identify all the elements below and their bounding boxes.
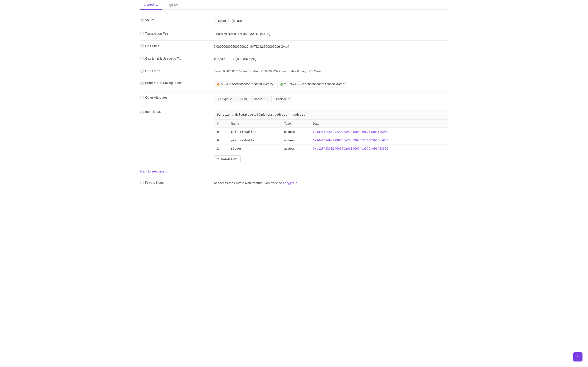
gas-max-priority-value: 2.5 Gwei <box>309 69 321 74</box>
gas-fees-label: Gas Fees: <box>145 69 160 73</box>
table-row: 2signeraddress0xe12FA3b3E5AC055d2e309C67… <box>214 144 448 153</box>
click-less-arrow-icon: ↑ <box>166 169 167 173</box>
other-attributes-help-icon[interactable]: ? <box>140 96 144 99</box>
burnt-icon: 🔥 <box>216 82 220 87</box>
table-cell-data[interactable]: 0x1440676bc2990E0EA28dF90253F10435610da8… <box>310 136 448 144</box>
txn-type-badge: Txn Type: 2 (EIP-1559) <box>214 96 250 102</box>
transaction-fee-row: ? Transaction Fee: 0.000179745001150368 … <box>140 28 448 40</box>
input-data-row: ? Input Data: Function: deleGateVote((ad… <box>140 106 448 166</box>
gas-base-label: Base: <box>214 69 221 74</box>
other-attributes-label: Other Attributes: <box>145 96 168 99</box>
table-cell-name: signer <box>228 144 281 153</box>
private-note-label: Private Note: <box>145 181 164 184</box>
table-cell-index: 0 <box>214 136 228 144</box>
table-row: 0pair.newWalletaddress0x1440676bc2990E0E… <box>214 136 448 144</box>
private-note-label-container: ? Private Note: <box>140 181 214 184</box>
position-badge: Position: 2 <box>274 96 293 102</box>
private-note-row: ? Private Note: To access the Private No… <box>140 177 448 189</box>
other-attributes-value: Txn Type: 2 (EIP-1559) Nonce: 160 Positi… <box>214 96 448 102</box>
value-row: ? Value: 0 MATIC ($0.00) <box>140 15 448 28</box>
input-data-help-icon[interactable]: ? <box>140 110 144 114</box>
table-cell-index: 0 <box>214 128 228 136</box>
table-cell-data[interactable]: 0xe12FA3b3E5AC055d2e309C674dA579a09f4535… <box>310 144 448 153</box>
switch-back-button[interactable]: ↺ Switch Back <box>214 155 241 162</box>
value-help-icon[interactable]: ? <box>140 18 144 22</box>
content-area: ? Value: 0 MATIC ($0.00) ? Transaction F… <box>140 10 448 194</box>
tab-overview[interactable]: Overview <box>140 0 162 10</box>
transaction-fee-help-icon[interactable]: ? <box>140 32 144 35</box>
gas-price-label-container: ? Gas Price: <box>140 44 214 48</box>
savings-icon: 💸 <box>280 82 284 87</box>
gas-limit-label-container: ? Gas Limit & Usage by Txn: <box>140 57 214 60</box>
click-less-link[interactable]: Click to see Less ↑ <box>140 166 167 177</box>
switch-back-label: Switch Back <box>221 157 237 160</box>
gas-limit-usage: 71,898 (66.67%) <box>233 57 256 61</box>
burnt-badge: 🔥 Burnt: 0.000000000001150368 MATIC) <box>214 81 275 88</box>
table-row: 0pair.oldWalletaddress0x1a4E32C54B9c29cA… <box>214 128 448 136</box>
gas-limit-pipe: | <box>229 57 229 61</box>
tabs-container: Overview Logs (2) <box>140 0 448 10</box>
burnt-fees-label-container: ? Burnt & Txn Savings Fees: <box>140 81 214 85</box>
click-less-label: Click to see Less <box>140 169 164 173</box>
burnt-fees-value: 🔥 Burnt: 0.000000000001150368 MATIC) 💸 T… <box>214 81 448 88</box>
table-header-row: # Name Type Data <box>214 119 448 128</box>
gas-fees-row: ? Gas Fees: Base: 0.000000016 Gwei | Max… <box>140 65 448 77</box>
value-badge: 0 MATIC <box>214 18 229 24</box>
gas-limit-label: Gas Limit & Usage by Txn: <box>145 57 183 60</box>
switch-back-icon: ↺ <box>217 157 220 160</box>
gas-price-label: Gas Price: <box>145 44 160 48</box>
value-label: Value: <box>145 18 154 22</box>
gas-max-label: Max: <box>253 69 259 74</box>
col-header-data: Data <box>310 119 448 128</box>
click-less-container: Click to see Less ↑ <box>140 166 448 177</box>
transaction-fee-label: Transaction Fee: <box>145 32 169 35</box>
gas-fees-value: Base: 0.000000016 Gwei | Max: 2.50000003… <box>214 69 448 74</box>
burnt-fees-label: Burnt & Txn Savings Fees: <box>145 81 183 85</box>
burnt-fees-help-icon[interactable]: ? <box>140 81 144 85</box>
nonce-badge: Nonce: 160 <box>251 96 272 102</box>
col-header-index: # <box>214 119 228 128</box>
tab-logs[interactable]: Logs (2) <box>162 0 182 10</box>
input-data-label-container: ? Input Data: <box>140 110 214 114</box>
input-data-table: # Name Type Data 0pair.oldWalletaddress0… <box>214 119 448 153</box>
table-cell-type: address <box>281 128 310 136</box>
col-header-name: Name <box>228 119 281 128</box>
logged-in-link[interactable]: Logged In <box>283 181 297 185</box>
function-signature: Function: deleGateVote((address,address)… <box>214 110 448 119</box>
gas-limit-help-icon[interactable]: ? <box>140 57 144 60</box>
page-container: Overview Logs (2) ? Value: 0 MATIC ($0.0… <box>136 0 452 194</box>
burnt-text: Burnt: 0.000000000001150368 MATIC) <box>221 82 273 87</box>
table-cell-type: address <box>281 136 310 144</box>
gas-price-help-icon[interactable]: ? <box>140 44 144 48</box>
gas-limit-amount: 107,847 <box>214 57 225 61</box>
input-data-label: Input Data: <box>145 110 161 114</box>
transaction-fee-value: 0.000179745001150368 MATIC ($0.00) <box>214 32 448 36</box>
gas-pipe-1: | <box>250 69 251 74</box>
value-label-container: ? Value: <box>140 18 214 22</box>
gas-pipe-2: | <box>288 69 288 74</box>
table-cell-name: pair.newWallet <box>228 136 281 144</box>
switch-back-container: ↺ Switch Back <box>214 153 448 162</box>
value-usd: ($0.00) <box>232 19 242 23</box>
private-note-text: To access the Private Note feature, you … <box>214 181 283 185</box>
other-attributes-label-container: ? Other Attributes: <box>140 96 214 99</box>
input-data-value: Function: deleGateVote((address,address)… <box>214 110 448 162</box>
private-note-help-icon[interactable]: ? <box>140 181 144 184</box>
gas-limit-row: ? Gas Limit & Usage by Txn: 107,847 | 71… <box>140 53 448 65</box>
table-cell-type: address <box>281 144 310 153</box>
col-header-type: Type <box>281 119 310 128</box>
table-cell-name: pair.oldWallet <box>228 128 281 136</box>
transaction-fee-label-container: ? Transaction Fee: <box>140 32 214 35</box>
table-cell-index: 2 <box>214 144 228 153</box>
other-attributes-row: ? Other Attributes: Txn Type: 2 (EIP-155… <box>140 92 448 106</box>
gas-fees-label-container: ? Gas Fees: <box>140 69 214 73</box>
savings-text: Txn Savings: 0.000000000001150368 MATIC <box>284 82 345 87</box>
gas-price-value: 0.000000002500000016 MATIC (2.500000016 … <box>214 44 448 49</box>
value-value: 0 MATIC ($0.00) <box>214 18 448 24</box>
gas-fees-help-icon[interactable]: ? <box>140 69 144 73</box>
savings-badge: 💸 Txn Savings: 0.000000000001150368 MATI… <box>277 81 347 88</box>
gas-max-priority-label: Max Priority: <box>291 69 307 74</box>
input-data-container: Function: deleGateVote((address,address)… <box>214 110 448 153</box>
table-cell-data[interactable]: 0x1a4E32C54B9c29cAA91d15e4A50F76180d3b5D… <box>310 128 448 136</box>
gas-base-value: 0.000000016 Gwei <box>223 69 248 74</box>
